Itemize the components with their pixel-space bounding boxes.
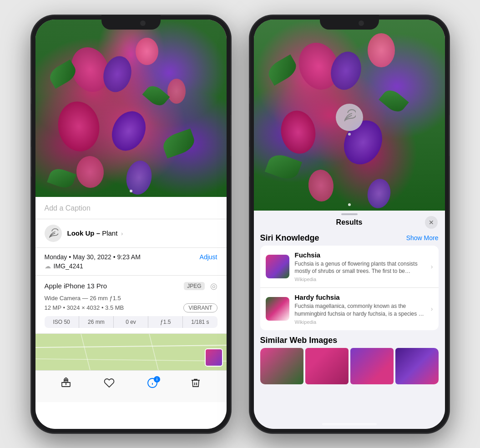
drag-handle[interactable] <box>341 213 358 215</box>
right-photo-dot-indicator <box>348 203 351 206</box>
right-power-button[interactable] <box>449 115 450 156</box>
map-roads-svg <box>35 334 227 370</box>
lookup-row[interactable]: Look Up – Plant › <box>35 219 227 248</box>
info-button[interactable]: i <box>147 378 158 391</box>
exif-row: ISO 50 26 mm 0 ev ƒ1.5 1/181 s <box>45 316 217 328</box>
front-camera <box>140 20 146 26</box>
similar-web-title: Similar Web Images <box>260 336 338 345</box>
siri-dot <box>348 133 351 136</box>
visual-lookup-circle[interactable] <box>336 104 363 131</box>
right-volume-down-button[interactable] <box>249 147 250 176</box>
petal-8 <box>167 79 186 104</box>
petal-6 <box>136 38 158 65</box>
siri-knowledge-section: Siri Knowledge Show More Fuchsia Fuchsia… <box>260 233 439 330</box>
right-mute-button[interactable] <box>249 88 250 104</box>
knowledge-item-hardy-fuchsia[interactable]: Hardy fuchsia Fuchsia magellanica, commo… <box>260 288 439 330</box>
jpeg-badge: JPEG <box>184 282 204 290</box>
hardy-fuchsia-description: Fuchsia magellanica, commonly known as t… <box>295 302 425 318</box>
show-more-button[interactable]: Show More <box>406 234 439 242</box>
fuchsia-source: Wikipedia <box>295 277 425 282</box>
rpetal-6 <box>368 33 395 67</box>
exif-iso: ISO 50 <box>45 316 79 328</box>
left-phone: Add a Caption Look Up – Plant › <box>31 15 231 433</box>
device-header-row: Apple iPhone 13 Pro JPEG ◎ <box>45 281 217 291</box>
mute-button[interactable] <box>31 88 31 104</box>
results-header: Results ✕ <box>254 211 445 233</box>
siri-knowledge-title: Siri Knowledge <box>260 233 319 243</box>
web-images-grid <box>260 348 439 384</box>
hardy-fuchsia-name: Hardy fuchsia <box>295 293 425 301</box>
exif-shutter: 1/181 s <box>183 316 217 328</box>
caption-placeholder: Add a Caption <box>45 204 91 212</box>
bottom-toolbar: i <box>35 370 227 402</box>
left-screen: Add a Caption Look Up – Plant › <box>35 20 227 429</box>
hardy-fuchsia-source: Wikipedia <box>295 319 425 325</box>
info-badge: i <box>154 376 160 383</box>
hardy-fuchsia-text: Hardy fuchsia Fuchsia magellanica, commo… <box>295 293 425 325</box>
exif-focal: 26 mm <box>79 316 114 328</box>
map-section[interactable] <box>35 334 227 370</box>
web-image-4[interactable] <box>395 348 439 384</box>
web-image-1[interactable] <box>260 348 303 384</box>
flower-photo-right <box>254 20 445 211</box>
volume-down-button[interactable] <box>31 147 31 176</box>
lookup-icon-circle <box>45 225 62 242</box>
cloud-icon: ☁ <box>45 262 51 270</box>
similar-web-images-section: Similar Web Images <box>260 336 439 384</box>
device-section: Apple iPhone 13 Pro JPEG ◎ Wide Camera —… <box>35 276 227 334</box>
siri-knowledge-header: Siri Knowledge Show More <box>260 233 439 243</box>
filename: IMG_4241 <box>54 262 83 270</box>
right-home-indicator[interactable] <box>322 423 377 425</box>
fuchsia-text: Fuchsia Fuchsia is a genus of flowering … <box>295 251 425 282</box>
mp-row: 12 MP • 3024 × 4032 • 3.5 MB VIBRANT <box>45 303 217 312</box>
exif-ev: 0 ev <box>114 316 148 328</box>
volume-up-button[interactable] <box>31 111 31 140</box>
similar-web-header: Similar Web Images <box>260 336 439 345</box>
knowledge-card: Fuchsia Fuchsia is a genus of flowering … <box>260 246 439 330</box>
share-button[interactable] <box>61 378 71 391</box>
photo-info-panel: Add a Caption Look Up – Plant › <box>35 197 227 429</box>
delete-button[interactable] <box>190 378 201 391</box>
fuchsia-thumbnail <box>266 255 289 278</box>
knowledge-item-fuchsia[interactable]: Fuchsia Fuchsia is a genus of flowering … <box>260 246 439 288</box>
geo-icon[interactable]: ◎ <box>210 281 217 291</box>
camera-info: Wide Camera — 26 mm ƒ1.5 <box>45 295 217 302</box>
fuchsia-name: Fuchsia <box>295 251 425 259</box>
results-title: Results <box>274 218 425 227</box>
close-icon: ✕ <box>429 219 434 226</box>
fuchsia-description: Fuchsia is a genus of flowering plants t… <box>295 260 425 276</box>
mp-info: 12 MP • 3024 × 4032 • 3.5 MB <box>45 304 124 311</box>
phones-container: Add a Caption Look Up – Plant › <box>31 15 450 433</box>
web-image-3[interactable] <box>350 348 394 384</box>
device-name: Apple iPhone 13 Pro <box>45 282 107 290</box>
map-photo-thumb <box>205 348 223 367</box>
visual-lookup-leaf-icon <box>343 109 356 125</box>
power-button[interactable] <box>231 115 231 156</box>
caption-area[interactable]: Add a Caption <box>35 197 227 219</box>
meta-date-row: Monday • May 30, 2022 • 9:23 AM Adjust <box>45 253 217 261</box>
close-button[interactable]: ✕ <box>425 216 438 229</box>
lookup-label: Look Up – Plant › <box>67 229 123 237</box>
results-scroll: Siri Knowledge Show More Fuchsia Fuchsia… <box>254 233 445 429</box>
home-indicator[interactable] <box>104 423 158 425</box>
filename-row: ☁ IMG_4241 <box>45 262 217 270</box>
fuchsia-chevron: › <box>431 263 433 270</box>
web-image-2[interactable] <box>305 348 349 384</box>
right-front-camera <box>359 20 364 26</box>
results-panel: Results ✕ Siri Knowledge Show More <box>254 211 445 429</box>
right-screen: Results ✕ Siri Knowledge Show More <box>254 20 445 429</box>
lookup-chevron: › <box>119 230 123 237</box>
right-phone: Results ✕ Siri Knowledge Show More <box>249 15 450 433</box>
right-volume-up-button[interactable] <box>249 111 250 140</box>
photo-date: Monday • May 30, 2022 • 9:23 AM <box>45 253 141 261</box>
hardy-fuchsia-thumbnail <box>266 297 289 321</box>
flower-photo-left <box>35 20 227 197</box>
adjust-button[interactable]: Adjust <box>200 253 217 261</box>
meta-section: Monday • May 30, 2022 • 9:23 AM Adjust ☁… <box>35 248 227 276</box>
svg-rect-0 <box>35 334 227 370</box>
hardy-fuchsia-chevron: › <box>431 305 433 312</box>
exif-aperture: ƒ1.5 <box>148 316 183 328</box>
leaf-icon <box>48 228 58 238</box>
photo-dot-indicator <box>130 190 132 192</box>
favorite-button[interactable] <box>104 378 115 391</box>
